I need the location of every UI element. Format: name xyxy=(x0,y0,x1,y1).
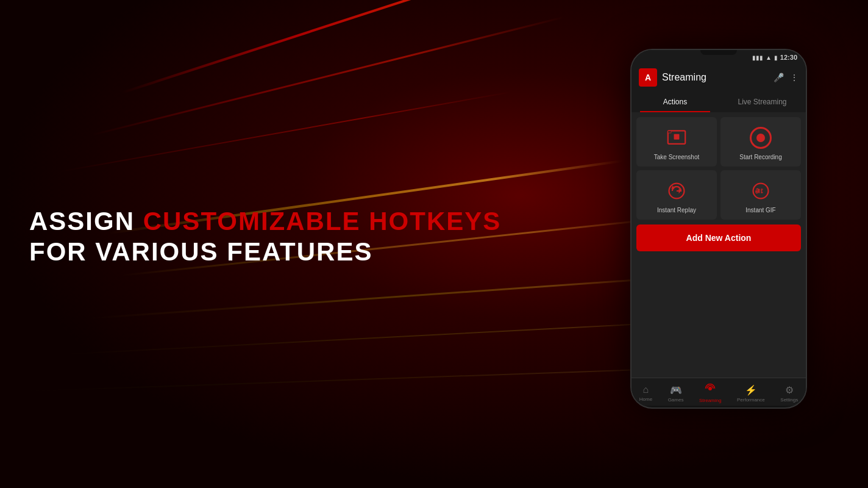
screenshot-icon xyxy=(666,127,688,149)
signal-icon: ▮▮▮ xyxy=(752,54,763,61)
phone-notch xyxy=(700,50,737,55)
amd-logo: A xyxy=(639,68,657,87)
nav-games-label: Games xyxy=(668,397,684,403)
headline-highlight: CUSTOMIZABLE HOTKEYS xyxy=(143,207,502,235)
record-icon xyxy=(750,127,772,149)
action-instant-replay[interactable]: Instant Replay xyxy=(636,170,717,220)
nav-streaming[interactable]: Streaming xyxy=(699,383,721,403)
games-icon: 🎮 xyxy=(670,384,682,396)
svg-rect-9 xyxy=(761,190,763,192)
tab-live-streaming[interactable]: Live Streaming xyxy=(719,92,806,112)
svg-rect-2 xyxy=(668,131,671,133)
svg-rect-10 xyxy=(761,192,763,193)
replay-label: Instant Replay xyxy=(657,207,696,214)
bottom-nav: ⌂ Home 🎮 Games Streaming xyxy=(631,378,806,406)
status-time: 12:30 xyxy=(780,54,797,61)
headline-line2: FOR VARIOUS FEATURES xyxy=(29,238,501,266)
nav-games[interactable]: 🎮 Games xyxy=(668,384,684,403)
nav-home[interactable]: ⌂ Home xyxy=(639,384,652,402)
nav-performance-label: Performance xyxy=(737,397,765,403)
action-start-recording[interactable]: Start Recording xyxy=(720,117,801,167)
mic-icon[interactable]: 🎤 xyxy=(774,73,784,82)
replay-icon xyxy=(666,180,688,202)
tabs-bar: Actions Live Streaming xyxy=(631,92,806,112)
more-icon[interactable]: ⋮ xyxy=(790,73,799,82)
header-icons: 🎤 ⋮ xyxy=(774,73,799,82)
phone-content: Take Screenshot Start Recording xyxy=(631,112,806,406)
svg-rect-7 xyxy=(758,188,760,193)
home-icon: ⌂ xyxy=(643,384,649,395)
screenshot-label: Take Screenshot xyxy=(654,154,700,160)
phone-device: ▮▮▮ ▲ ▮ 12:30 A Streaming 🎤 ⋮ Actions Li… xyxy=(630,49,807,409)
settings-icon: ⚙ xyxy=(785,384,794,396)
app-header: A Streaming 🎤 ⋮ xyxy=(631,63,806,92)
gif-label: Instant GIF xyxy=(745,207,775,214)
performance-icon: ⚡ xyxy=(745,384,757,396)
nav-performance[interactable]: ⚡ Performance xyxy=(737,384,765,403)
svg-point-11 xyxy=(708,387,712,390)
status-icons: ▮▮▮ ▲ ▮ xyxy=(752,54,778,61)
nav-settings[interactable]: ⚙ Settings xyxy=(780,384,798,403)
streaming-icon xyxy=(705,383,716,396)
add-new-action-button[interactable]: Add New Action xyxy=(636,224,801,251)
action-instant-gif[interactable]: Instant GIF xyxy=(720,170,801,220)
actions-grid: Take Screenshot Start Recording xyxy=(636,117,801,220)
nav-streaming-label: Streaming xyxy=(699,398,721,403)
nav-settings-label: Settings xyxy=(780,397,798,403)
svg-rect-1 xyxy=(674,134,680,140)
action-take-screenshot[interactable]: Take Screenshot xyxy=(636,117,717,167)
wifi-icon: ▲ xyxy=(766,54,772,61)
tab-actions[interactable]: Actions xyxy=(631,92,719,112)
nav-home-label: Home xyxy=(639,396,652,402)
phone-screen: ▮▮▮ ▲ ▮ 12:30 A Streaming 🎤 ⋮ Actions Li… xyxy=(630,49,807,409)
app-title: Streaming xyxy=(662,72,769,83)
headline-block: ASSIGN CUSTOMIZABLE HOTKEYS FOR VARIOUS … xyxy=(29,207,501,266)
recording-label: Start Recording xyxy=(739,154,781,160)
battery-icon: ▮ xyxy=(774,54,778,61)
actions-area: Take Screenshot Start Recording xyxy=(631,112,806,378)
headline-line1: ASSIGN CUSTOMIZABLE HOTKEYS xyxy=(29,207,501,235)
gif-icon xyxy=(750,180,772,202)
svg-rect-8 xyxy=(761,188,763,190)
